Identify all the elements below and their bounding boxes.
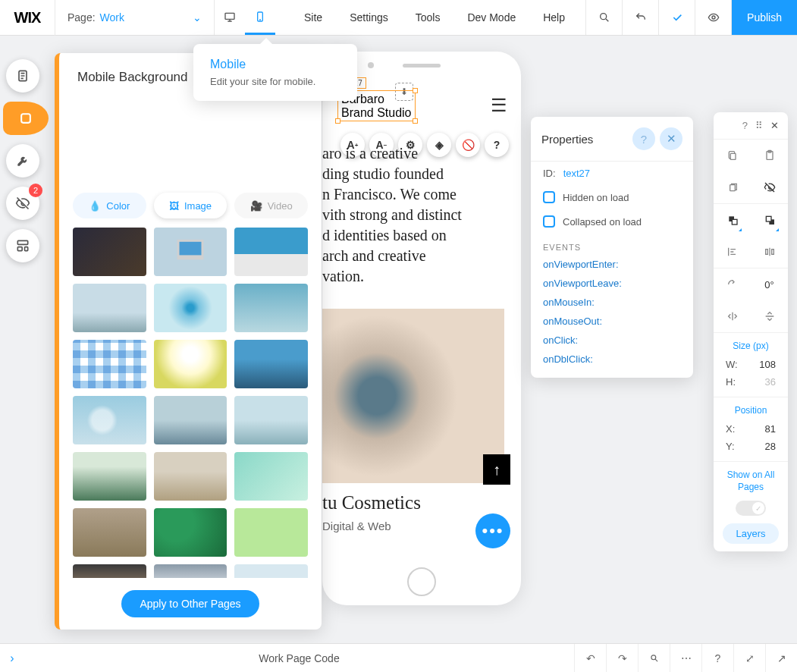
id-value[interactable]: text27 <box>563 168 590 179</box>
close-icon[interactable]: ✕ <box>660 127 682 150</box>
duplicate-button[interactable] <box>714 171 751 203</box>
layers-button[interactable]: Layers <box>723 523 779 544</box>
bg-thumb[interactable] <box>234 396 308 444</box>
bg-thumb[interactable] <box>73 228 146 276</box>
preview-screen[interactable]: xt27 ⬇ BarbaroBrand Studio ☰ A+ A− ⚙ ◈ 🚫… <box>322 81 521 567</box>
collapsed-checkbox[interactable] <box>543 215 555 228</box>
resize-handle[interactable] <box>413 118 418 124</box>
save-button[interactable] <box>658 0 695 35</box>
preview-body-text: aro is a creative ding studio founded n … <box>322 143 462 287</box>
align-left-button[interactable] <box>714 236 751 268</box>
event-item[interactable]: onViewportLeave: <box>531 274 693 293</box>
hide-element-button[interactable] <box>751 171 788 203</box>
left-rail: 2 <box>6 59 49 262</box>
background-button[interactable] <box>3 102 49 135</box>
drag-handle-icon[interactable]: ⠿ <box>755 120 763 131</box>
show-on-all-pages-toggle[interactable] <box>736 501 766 516</box>
bg-thumb[interactable] <box>154 396 227 444</box>
bg-thumb[interactable] <box>154 228 227 276</box>
quick-actions-fab[interactable]: ••• <box>475 513 510 548</box>
event-item[interactable]: onClick: <box>531 331 693 350</box>
bg-thumb[interactable] <box>234 340 308 388</box>
resize-handle[interactable] <box>413 88 418 93</box>
resize-handle[interactable] <box>335 118 340 124</box>
search-code-button[interactable] <box>638 644 670 673</box>
external-button[interactable]: ↗ <box>765 644 797 673</box>
tools-button[interactable] <box>6 144 39 177</box>
bg-thumb[interactable] <box>154 508 227 557</box>
mobile-view-button[interactable] <box>245 0 275 35</box>
event-item[interactable]: onDblClick: <box>531 350 693 369</box>
layout-button[interactable] <box>6 229 39 262</box>
menu-icon[interactable]: ☰ <box>491 95 507 116</box>
arrange-forward-button[interactable] <box>714 204 751 236</box>
redo-code-button[interactable]: ↷ <box>606 644 638 673</box>
help-icon[interactable]: ? <box>632 127 655 150</box>
search-button[interactable] <box>585 0 622 35</box>
desktop-view-button[interactable] <box>215 0 245 35</box>
bg-thumb[interactable] <box>73 452 146 501</box>
svg-point-4 <box>712 16 715 19</box>
scroll-top-button[interactable]: ↑ <box>483 454 510 485</box>
bg-thumb[interactable] <box>234 452 308 501</box>
height-label: H: <box>726 376 736 388</box>
paste-button[interactable] <box>751 140 788 171</box>
bg-thumb[interactable] <box>73 340 146 388</box>
close-icon[interactable]: ✕ <box>770 120 779 131</box>
event-item[interactable]: onMouseOut: <box>531 312 693 331</box>
rotate-button[interactable] <box>714 268 751 300</box>
flip-vertical-button[interactable] <box>751 300 788 332</box>
bg-thumb[interactable] <box>154 284 227 332</box>
menu-site[interactable]: Site <box>290 0 336 35</box>
y-value[interactable]: 28 <box>765 441 776 452</box>
menu-devmode[interactable]: Dev Mode <box>453 0 529 35</box>
publish-button[interactable]: Publish <box>731 0 797 35</box>
angle-value[interactable]: 0° <box>751 268 788 300</box>
mobile-preview: xt27 ⬇ BarbaroBrand Studio ☰ A+ A− ⚙ ◈ 🚫… <box>322 52 521 605</box>
menu-tools[interactable]: Tools <box>402 0 454 35</box>
flip-horizontal-button[interactable] <box>714 300 751 332</box>
more-code-button[interactable]: ⋯ <box>670 644 701 673</box>
bg-thumb[interactable] <box>154 340 227 388</box>
position-label: Position <box>714 397 788 420</box>
bg-thumb[interactable] <box>234 508 308 557</box>
bg-thumb[interactable] <box>154 452 227 501</box>
help-button[interactable]: ? <box>485 133 509 157</box>
bg-thumb[interactable] <box>234 564 308 578</box>
svg-rect-9 <box>25 247 28 251</box>
bg-thumb[interactable] <box>73 396 146 444</box>
menu-help[interactable]: Help <box>529 0 579 35</box>
expand-code-button[interactable]: › <box>0 652 24 665</box>
bg-thumb[interactable] <box>73 564 146 578</box>
undo-code-button[interactable]: ↶ <box>574 644 606 673</box>
hidden-checkbox[interactable] <box>543 191 555 203</box>
page-selector[interactable]: Page: Work ⌄ <box>55 0 215 35</box>
tab-image[interactable]: 🖼Image <box>154 193 227 218</box>
tab-color[interactable]: 💧Color <box>73 193 146 218</box>
undo-button[interactable] <box>622 0 658 35</box>
hidden-elements-button[interactable]: 2 <box>6 187 39 220</box>
code-help-button[interactable]: ? <box>701 644 733 673</box>
arrange-backward-button[interactable] <box>751 204 788 236</box>
width-value[interactable]: 108 <box>759 359 776 370</box>
event-item[interactable]: onViewportEnter: <box>531 255 693 274</box>
copy-button[interactable] <box>714 140 751 171</box>
expand-full-button[interactable]: ⤢ <box>733 644 765 673</box>
bg-thumb[interactable] <box>73 508 146 557</box>
pages-button[interactable] <box>6 59 39 93</box>
event-item[interactable]: onMouseIn: <box>531 293 693 312</box>
menu-settings[interactable]: Settings <box>336 0 402 35</box>
bg-thumb[interactable] <box>234 228 308 276</box>
x-value[interactable]: 81 <box>765 423 776 435</box>
apply-to-pages-button[interactable]: Apply to Other Pages <box>121 590 259 617</box>
bg-thumb[interactable] <box>73 284 146 332</box>
bg-thumb[interactable] <box>154 564 227 578</box>
bg-thumb[interactable] <box>234 284 308 332</box>
code-panel-label[interactable]: Work Page Code <box>24 652 574 664</box>
width-label: W: <box>726 359 738 370</box>
tab-video[interactable]: 🎥Video <box>234 193 308 218</box>
preview-button[interactable] <box>695 0 731 35</box>
distribute-button[interactable] <box>751 236 788 268</box>
height-value[interactable]: 36 <box>765 376 776 388</box>
help-icon[interactable]: ? <box>742 120 748 131</box>
